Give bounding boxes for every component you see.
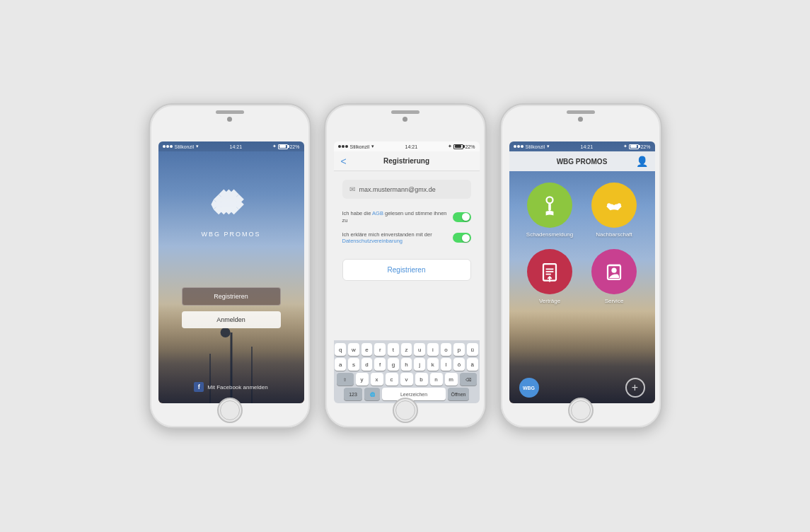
home-button-inner-3 bbox=[571, 400, 591, 420]
battery-text-1: 22% bbox=[289, 144, 299, 149]
toggle-row-2: Ich erkläre mich einverstanden mit der D… bbox=[342, 230, 471, 247]
home-button-2[interactable] bbox=[393, 398, 418, 423]
carrier-2: Stilkonzil bbox=[350, 144, 370, 149]
home-title: WBG PROMOS bbox=[557, 158, 608, 166]
bluetooth-icon-2: ✦ bbox=[448, 144, 452, 149]
key-c[interactable]: c bbox=[386, 373, 398, 386]
svg-point-27 bbox=[611, 268, 616, 273]
key-g[interactable]: g bbox=[388, 358, 399, 371]
numbers-key[interactable]: 123 bbox=[344, 388, 362, 400]
vertraege-icon-circle bbox=[527, 249, 572, 294]
delete-key[interactable]: ⌫ bbox=[460, 373, 477, 386]
grid-item-schadensmeldung[interactable]: Schadensmeldung bbox=[523, 183, 577, 238]
key-row-1: q w e r t z u i o p ü bbox=[335, 343, 478, 356]
key-a[interactable]: a bbox=[335, 358, 346, 371]
key-o[interactable]: o bbox=[441, 343, 452, 356]
key-oe[interactable]: ö bbox=[453, 358, 465, 371]
email-value: max.mustermann@gmx.de bbox=[359, 186, 436, 193]
key-k[interactable]: k bbox=[427, 358, 439, 371]
key-i[interactable]: i bbox=[427, 343, 439, 356]
toggle-row-1: Ich habe die AGB gelesen und stimme ihne… bbox=[342, 209, 471, 226]
register-button-1[interactable]: Registrieren bbox=[182, 287, 281, 306]
toggle-switch-2[interactable] bbox=[453, 233, 471, 243]
key-n[interactable]: n bbox=[430, 373, 443, 386]
wifi-icon-2: ▾ bbox=[371, 144, 374, 149]
status-bar-1: Stilkonzil ▾ 14:21 ✦ 22% bbox=[158, 141, 304, 151]
key-l[interactable]: l bbox=[441, 358, 452, 371]
key-x[interactable]: x bbox=[371, 373, 383, 386]
datenschutz-link[interactable]: Datenschutzvereinbarung bbox=[342, 238, 403, 244]
login-button-1[interactable]: Anmelden bbox=[182, 311, 281, 328]
status-bar-3: Stilkonzil ▾ 14:21 ✦ 22% bbox=[509, 141, 655, 151]
register-button-2[interactable]: Registrieren bbox=[342, 259, 471, 281]
speaker-3 bbox=[567, 110, 595, 114]
user-icon[interactable]: 👤 bbox=[636, 156, 648, 167]
home-grid: Schadensmeldung Nachbarschaft bbox=[509, 171, 655, 316]
wbg-badge[interactable]: WBG bbox=[519, 378, 539, 398]
plus-icon: + bbox=[632, 382, 638, 393]
nachbarschaft-label: Nachbarschaft bbox=[596, 231, 632, 238]
camera-2 bbox=[403, 117, 407, 122]
key-z[interactable]: z bbox=[401, 343, 412, 356]
globe-key[interactable]: 🌐 bbox=[364, 388, 380, 400]
phone-3-top bbox=[501, 105, 661, 141]
phone-3-bg: Stilkonzil ▾ 14:21 ✦ 22% WBG PROMOS bbox=[509, 141, 655, 403]
grid-item-nachbarschaft[interactable]: Nachbarschaft bbox=[588, 183, 641, 238]
home-button-3[interactable] bbox=[568, 398, 594, 423]
email-icon: ✉ bbox=[349, 185, 355, 193]
key-m[interactable]: m bbox=[445, 373, 458, 386]
key-p[interactable]: p bbox=[453, 343, 465, 356]
status-right-2: ✦ 22% bbox=[448, 144, 475, 149]
phone1-buttons: Registrieren Anmelden bbox=[182, 287, 281, 328]
back-button[interactable]: < bbox=[341, 156, 347, 167]
key-d[interactable]: d bbox=[361, 358, 373, 371]
carrier-3: Stilkonzil bbox=[526, 144, 545, 149]
phone-1-screen: Stilkonzil ▾ 14:21 ✦ 22% bbox=[158, 141, 304, 403]
key-u[interactable]: u bbox=[414, 343, 425, 356]
key-b[interactable]: b bbox=[415, 373, 428, 386]
key-q[interactable]: q bbox=[335, 343, 346, 356]
key-row-3: ⇧ y x c v b n m ⌫ bbox=[335, 373, 478, 386]
shift-key[interactable]: ⇧ bbox=[337, 373, 354, 386]
battery-icon-3 bbox=[629, 144, 639, 149]
key-j[interactable]: j bbox=[414, 358, 425, 371]
status-left-2: Stilkonzil ▾ bbox=[338, 144, 375, 149]
home-button-inner-1 bbox=[220, 400, 240, 420]
signal-dots-3 bbox=[514, 145, 523, 148]
key-ae[interactable]: ä bbox=[467, 358, 478, 371]
key-ue[interactable]: ü bbox=[467, 343, 478, 356]
home-button-inner-2 bbox=[395, 400, 415, 420]
key-s[interactable]: s bbox=[348, 358, 359, 371]
bluetooth-icon-3: ✦ bbox=[623, 144, 627, 149]
bluetooth-icon-1: ✦ bbox=[272, 144, 277, 149]
key-t[interactable]: t bbox=[388, 343, 399, 356]
plus-badge[interactable]: + bbox=[625, 378, 645, 398]
svg-point-20 bbox=[607, 203, 611, 207]
phone-2-screen: Stilkonzil ▾ 14:21 ✦ 22% < Regis bbox=[334, 141, 480, 403]
camera-3 bbox=[578, 117, 583, 122]
grid-item-service[interactable]: Service bbox=[588, 249, 641, 304]
time-2: 14:21 bbox=[405, 144, 418, 149]
space-key[interactable]: Leerzeichen bbox=[382, 388, 446, 400]
toggle-switch-1[interactable] bbox=[453, 212, 471, 222]
schadensmeldung-label: Schadensmeldung bbox=[526, 231, 573, 238]
key-y[interactable]: y bbox=[356, 373, 369, 386]
reg-title: Registrierung bbox=[383, 157, 429, 165]
key-w[interactable]: w bbox=[348, 343, 359, 356]
agb-link[interactable]: AGB bbox=[372, 210, 383, 216]
key-f[interactable]: f bbox=[374, 358, 386, 371]
wifi-icon-1: ▾ bbox=[196, 144, 199, 149]
key-r[interactable]: r bbox=[374, 343, 386, 356]
carrier-1: Stilkonzil bbox=[175, 144, 195, 149]
open-key[interactable]: Öffnen bbox=[448, 388, 469, 400]
nachbarschaft-icon-circle bbox=[591, 183, 637, 228]
key-v[interactable]: v bbox=[400, 373, 413, 386]
key-e[interactable]: e bbox=[361, 343, 373, 356]
home-button-1[interactable] bbox=[217, 398, 243, 423]
grid-item-vertraege[interactable]: Verträge bbox=[523, 249, 577, 304]
wifi-icon-3: ▾ bbox=[547, 144, 550, 149]
battery-text-2: 22% bbox=[465, 144, 475, 149]
key-h[interactable]: h bbox=[401, 358, 412, 371]
email-field[interactable]: ✉ max.mustermann@gmx.de bbox=[342, 180, 471, 199]
phones-container: Stilkonzil ▾ 14:21 ✦ 22% bbox=[134, 89, 676, 443]
